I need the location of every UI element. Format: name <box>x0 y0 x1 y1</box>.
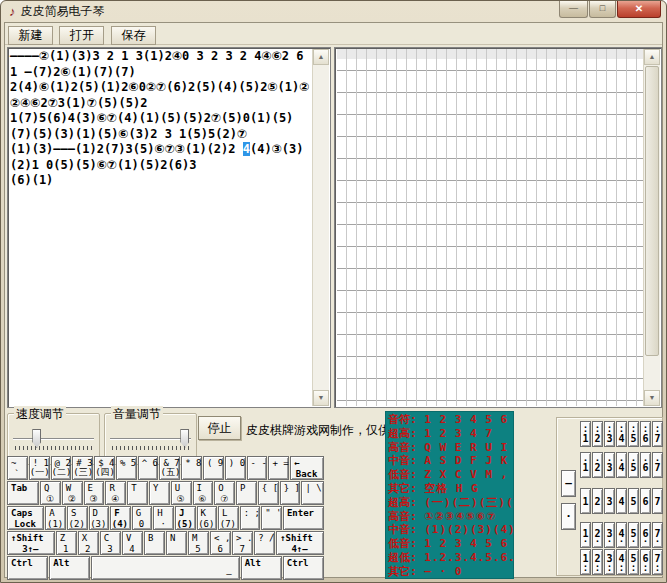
scroll-down-icon[interactable]: ▼ <box>644 390 660 406</box>
pad-key-5[interactable]: 5· <box>628 522 639 548</box>
key-X[interactable]: X2 <box>78 531 99 555</box>
key-H[interactable]: H· <box>153 506 174 530</box>
key-sym[interactable]: ←Back <box>290 456 324 480</box>
save-button[interactable]: 保存 <box>111 26 156 45</box>
key-S[interactable]: S(2) <box>67 506 88 530</box>
volume-slider[interactable] <box>110 428 191 452</box>
key-~[interactable]: ~` <box>7 456 28 480</box>
piano-roll-grid[interactable] <box>337 49 643 406</box>
key-Z[interactable]: Z1 <box>56 531 77 555</box>
pad-key-3[interactable]: 3· <box>604 522 615 548</box>
key-0[interactable]: ) 0 <box>225 456 246 480</box>
key-sym[interactable]: < ,6 <box>210 531 231 555</box>
pad-key-6[interactable]: ··6 <box>640 421 651 447</box>
pad-key-4[interactable]: ··4 <box>616 421 627 447</box>
key-sym[interactable]: " ' <box>261 506 282 530</box>
key-7[interactable]: & 7(五) <box>159 456 180 480</box>
key-sym[interactable]: + = <box>268 456 289 480</box>
key-D[interactable]: D(3) <box>89 506 110 530</box>
pad-key-7[interactable]: 7· <box>652 522 663 548</box>
pad-key-4[interactable]: ·4 <box>616 452 627 478</box>
key-Ctrl[interactable]: Ctrl <box>283 556 324 580</box>
key-sym[interactable]: : ; <box>240 506 261 530</box>
pad-key-6[interactable]: 6 <box>640 488 651 514</box>
key-B[interactable]: B <box>144 531 165 555</box>
key-G[interactable]: G0 <box>132 506 153 530</box>
title-bar[interactable]: ♪ 皮皮简易电子琴 — □ ✕ <box>4 1 663 22</box>
key-N[interactable]: N <box>166 531 187 555</box>
key-I[interactable]: I⑥ <box>193 481 214 505</box>
key-Alt[interactable]: Alt <box>49 556 90 580</box>
key-space[interactable]: — <box>91 556 239 580</box>
pad-key-2[interactable]: ··2 <box>592 421 603 447</box>
pad-key-1[interactable]: ··1 <box>580 421 591 447</box>
pad-key-4[interactable]: 4· <box>616 522 627 548</box>
key-Caps[interactable]: CapsLock <box>7 506 44 530</box>
pad-key-5[interactable]: ·5 <box>628 452 639 478</box>
pad-key-7[interactable]: ··7 <box>652 421 663 447</box>
pad-key-2[interactable]: ·2 <box>592 452 603 478</box>
key-C[interactable]: C3 <box>100 531 121 555</box>
key-Shift[interactable]: ↑Shift3↑— <box>7 531 55 555</box>
key-Y[interactable]: Y <box>149 481 170 505</box>
pad-key-5[interactable]: ··5 <box>628 421 639 447</box>
pad-key-dot[interactable]: · <box>561 503 576 530</box>
key-sym[interactable]: ? / <box>254 531 275 555</box>
pad-key-3[interactable]: ·3 <box>604 452 615 478</box>
key-T[interactable]: T <box>127 481 148 505</box>
pad-key-3[interactable]: 3 <box>604 488 615 514</box>
key-Shift[interactable]: ↑Shift4↑— <box>276 531 324 555</box>
minimize-button[interactable]: — <box>559 1 588 18</box>
pad-key-7[interactable]: ·7 <box>652 452 663 478</box>
pad-key-7[interactable]: 7·· <box>652 549 663 575</box>
key-sym[interactable]: { [ <box>258 481 279 505</box>
pad-key-6[interactable]: 6· <box>640 522 651 548</box>
key-F[interactable]: F(4) <box>110 506 131 530</box>
key-1[interactable]: ! 1(一) <box>29 456 50 480</box>
key-M[interactable]: M5 <box>188 531 209 555</box>
key-Ctrl[interactable]: Ctrl <box>7 556 48 580</box>
notation-editor[interactable]: ————②(1)(3)3 2 1 3(1)2④0 3 2 3 2 4④⑥2 6 … <box>7 47 331 408</box>
pad-key-4[interactable]: 4 <box>616 488 627 514</box>
pad-key-2[interactable]: 2·· <box>592 549 603 575</box>
key-P[interactable]: P <box>236 481 257 505</box>
pad-key-3[interactable]: 3·· <box>604 549 615 575</box>
key-Alt[interactable]: Alt <box>241 556 282 580</box>
key-W[interactable]: W② <box>62 481 83 505</box>
key-Q[interactable]: Q① <box>40 481 61 505</box>
pad-key-6[interactable]: ·6 <box>640 452 651 478</box>
key-3[interactable]: # 3(三) <box>72 456 93 480</box>
key-sym[interactable]: - - <box>247 456 268 480</box>
key-R[interactable]: R④ <box>105 481 126 505</box>
key-8[interactable]: * 8 <box>181 456 202 480</box>
stop-button[interactable]: 停止 <box>198 416 241 440</box>
speed-slider[interactable] <box>13 428 94 452</box>
key-Enter[interactable]: Enter <box>283 506 324 530</box>
pad-key-1[interactable]: ·1 <box>580 452 591 478</box>
key-4[interactable]: $ 4(四) <box>94 456 115 480</box>
pad-key-3[interactable]: ··3 <box>604 421 615 447</box>
pad-key-1[interactable]: 1 <box>580 488 591 514</box>
key-sym[interactable]: } ] <box>280 481 301 505</box>
key-Tab[interactable]: Tab <box>7 481 39 505</box>
close-button[interactable]: ✕ <box>617 1 661 18</box>
pad-key-1[interactable]: 1·· <box>580 549 591 575</box>
open-button[interactable]: 打开 <box>59 26 104 45</box>
key-L[interactable]: L(7) <box>218 506 239 530</box>
pad-key-1[interactable]: 1· <box>580 522 591 548</box>
notation-text[interactable]: ————②(1)(3)3 2 1 3(1)2④0 3 2 3 2 4④⑥2 6 … <box>10 49 312 406</box>
key-V[interactable]: V4 <box>122 531 143 555</box>
key-5[interactable]: % 5 <box>116 456 137 480</box>
pad-key-5[interactable]: 5·· <box>628 549 639 575</box>
new-button[interactable]: 新建 <box>8 26 53 45</box>
pad-key-6[interactable]: 6·· <box>640 549 651 575</box>
key-sym[interactable]: | \ <box>301 481 324 505</box>
scrollbar-thumb[interactable] <box>645 66 659 356</box>
pad-key-dash[interactable]: — <box>561 470 576 497</box>
key-A[interactable]: A(1) <box>45 506 66 530</box>
key-U[interactable]: U⑤ <box>171 481 192 505</box>
maximize-button[interactable]: □ <box>589 1 616 18</box>
key-2[interactable]: @ 2(二) <box>51 456 72 480</box>
key-O[interactable]: O⑦ <box>214 481 235 505</box>
pad-key-7[interactable]: 7 <box>652 488 663 514</box>
